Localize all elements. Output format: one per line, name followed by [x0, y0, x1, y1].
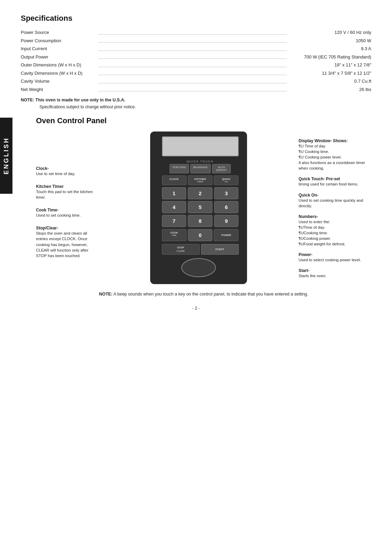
spec-dots — [98, 58, 287, 59]
left-annotation-clock: Clock- Use to set time of day. — [36, 166, 98, 176]
num-button-5[interactable]: 5 — [188, 201, 212, 213]
cook-time-main: COOK — [164, 231, 185, 234]
right-annotation-label-power: Power- — [299, 252, 312, 257]
spec-value: 0.7 Cu.ft — [288, 78, 371, 85]
right-annotation-label-display-window: Display Window- Shows: — [299, 138, 348, 143]
stop-clear-button[interactable]: STOP CLEAR — [162, 244, 200, 255]
power-button[interactable]: POWER — [214, 229, 238, 241]
page-number: - 2 - — [21, 306, 371, 311]
clear-label: CLEAR — [164, 249, 198, 253]
spec-label: Cavity Volume — [21, 78, 97, 85]
cook-time-sub: TIME — [164, 234, 185, 237]
specifications-title: Specifications — [21, 14, 371, 23]
qt-button-beverage[interactable]: BEVERAGE — [190, 164, 211, 173]
spec-value: 1050 W — [288, 37, 371, 44]
right-annotation-start: Start- Starts the oven. — [299, 268, 371, 279]
panel-outer: QUICK TOUCH POPCORNBEVERAGEAUTODEFROST C… — [150, 131, 247, 284]
spec-row: Power Consumption 1050 W — [21, 37, 371, 44]
right-annotation-display-window: Display Window- Shows: ¶U Time of day.¶U… — [299, 138, 371, 171]
turntable-area — [155, 258, 242, 277]
left-annotation-stop-clear: Stop/Clear- Stops the oven and clears al… — [36, 226, 98, 258]
annotation-label-clock: Clock- — [36, 166, 49, 171]
bottom-note: NOTE: A beep sounds when you touch a key… — [36, 291, 371, 298]
annotation-label-kitchen-timer: Kitchen Timer — [36, 184, 64, 189]
annotation-text-cook-time: Used to set cooking time. — [36, 212, 98, 218]
num-button-6[interactable]: 6 — [214, 201, 239, 213]
spec-row: Cavity Dimensions (W x H x D) 11 3/4" x … — [21, 70, 371, 77]
left-annotation-cook-time: Cook Time- Used to set cooking time. — [36, 208, 98, 218]
english-label: ENGLISH — [3, 137, 10, 174]
right-annotation-text-power: Used to select cooking power level. — [299, 257, 371, 263]
spec-value: 700 W (IEC 705 Rating Standard) — [288, 54, 371, 61]
cook-time-button[interactable]: COOK TIME — [162, 229, 186, 241]
right-annotation-label-numbers: Numbers- — [299, 214, 318, 219]
qt-button-auto[interactable]: AUTODEFROST — [212, 164, 231, 173]
ctrl-button-kitchen[interactable]: KITCHENTIMER — [188, 175, 212, 185]
spec-label: Outer Dimensions (W x H x D) — [21, 62, 97, 69]
spec-value: 26 lbs — [288, 86, 371, 93]
num-button-4[interactable]: 4 — [162, 201, 186, 213]
num-button-9[interactable]: 9 — [214, 215, 239, 227]
start-button[interactable]: START — [201, 244, 239, 255]
spec-row: Output Power 700 W (IEC 705 Rating Stand… — [21, 54, 371, 61]
page: ENGLISH Specifications Power Source 120 … — [0, 0, 392, 325]
right-annotation-label-quick-touch-preset: Quick Touch- Pre-set — [299, 176, 340, 181]
spec-value: 11 3/4" x 7 5/8" x 12 1/2" — [288, 70, 371, 77]
qt-button-popcorn[interactable]: POPCORN — [170, 164, 189, 173]
spec-row: Cavity Volume 0.7 Cu.ft — [21, 78, 371, 85]
num-button-8[interactable]: 8 — [188, 215, 212, 227]
spec-dots — [98, 67, 287, 67]
oven-control-panel-section: Oven Control Panel Clock- Use to set tim… — [21, 116, 371, 298]
right-annotation-text-numbers: Used to enter the:¶UTime of day.¶UCookin… — [299, 219, 371, 247]
display-screen — [162, 136, 239, 156]
right-annotation-text-quick-on: Used to set cooking time quickly and dir… — [299, 198, 371, 209]
annotation-text-stop-clear: Stops the oven and clears all entries ex… — [36, 230, 98, 258]
spec-label: Power Source — [21, 29, 97, 36]
left-annotation-kitchen-timer: Kitchen Timer Touch this pad to set the … — [36, 184, 98, 200]
num-button-3[interactable]: 3 — [214, 187, 239, 199]
left-annotations: Clock- Use to set time of day. Kitchen T… — [36, 131, 98, 266]
main-buttons-row: CLOCKKITCHENTIMERQUICKON — [162, 175, 239, 185]
specifications-table: Power Source 120 V / 60 Hz only Power Co… — [21, 29, 371, 93]
num-button-7[interactable]: 7 — [162, 215, 186, 227]
spec-dots — [98, 83, 287, 83]
spec-label: Net Weight — [21, 86, 97, 93]
control-panel-diagram: QUICK TOUCH POPCORNBEVERAGEAUTODEFROST C… — [140, 131, 257, 284]
spec-note: NOTE: This oven is made for use only in … — [21, 98, 371, 102]
quick-touch-section: QUICK TOUCH POPCORNBEVERAGEAUTODEFROST — [162, 160, 239, 173]
english-sidebar: ENGLISH — [0, 118, 12, 194]
spec-dots — [98, 51, 287, 51]
spec-value: 19" x 11" x 12 7/8" — [288, 62, 371, 69]
num-button-1[interactable]: 1 — [162, 187, 186, 199]
zero-button[interactable]: 0 — [188, 229, 212, 241]
quick-touch-buttons: POPCORNBEVERAGEAUTODEFROST — [162, 164, 239, 173]
bottom-note-bold: NOTE: — [99, 292, 112, 297]
stop-start-row: STOP CLEAR START — [162, 244, 239, 255]
spec-label: Cavity Dimensions (W x H x D) — [21, 70, 97, 77]
oven-content: Clock- Use to set time of day. Kitchen T… — [36, 131, 371, 284]
spec-dots — [98, 91, 287, 91]
ctrl-button-clock[interactable]: CLOCK — [162, 175, 186, 185]
num-button-2[interactable]: 2 — [188, 187, 212, 199]
spec-value: 9.3 A — [288, 45, 371, 52]
annotation-label-stop-clear: Stop/Clear- — [36, 226, 58, 230]
spec-dots — [98, 75, 287, 75]
ctrl-button-quick[interactable]: QUICKON — [214, 175, 238, 185]
right-annotation-label-start: Start- — [299, 268, 309, 273]
annotation-text-kitchen-timer: Touch this pad to set the kitchen timer. — [36, 189, 98, 200]
right-annotation-numbers: Numbers- Used to enter the:¶UTime of day… — [299, 214, 371, 247]
right-annotation-text-display-window: ¶U Time of day.¶U Cooking time.¶U Cookin… — [299, 143, 371, 171]
right-annotation-power: Power- Used to select cooking power leve… — [299, 252, 371, 263]
number-pad: 123456789 — [162, 187, 239, 227]
right-annotation-quick-touch-preset: Quick Touch- Pre-set timing used for cer… — [299, 176, 371, 187]
annotation-label-cook-time: Cook Time- — [36, 208, 58, 212]
bottom-row: COOK TIME 0 POWER — [162, 229, 239, 241]
turntable-knob — [181, 258, 216, 277]
spec-row: Net Weight 26 lbs — [21, 86, 371, 93]
spec-label: Output Power — [21, 54, 97, 61]
oven-title: Oven Control Panel — [36, 116, 371, 125]
annotation-text-clock: Use to set time of day. — [36, 171, 98, 176]
spec-dots — [98, 42, 287, 43]
right-annotation-text-quick-touch-preset: timing used for certain food items. — [299, 181, 371, 187]
spec-row: Input Current 9.3 A — [21, 45, 371, 52]
